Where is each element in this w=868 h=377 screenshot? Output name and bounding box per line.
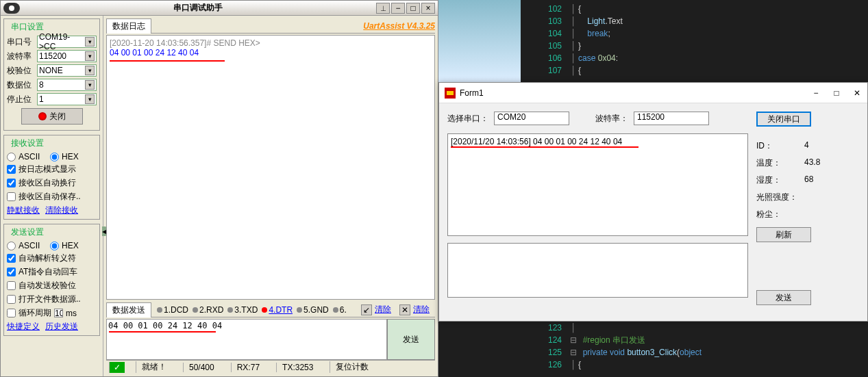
app-icon [3, 3, 20, 14]
gnd-dot-icon [297, 307, 302, 313]
close-port-button[interactable]: 关闭串口 [756, 112, 811, 127]
chevron-down-icon[interactable]: ▾ [85, 66, 95, 75]
port-select[interactable]: COM19->CC▾ [37, 36, 97, 48]
window-title: 串口调试助手 [20, 2, 376, 14]
status-bar: ✓ 就绪！ 50/400 RX:77 TX:3253 复位计数 [106, 360, 435, 374]
send-button[interactable]: 发送 [756, 290, 811, 305]
dtr-dot-icon [262, 307, 267, 313]
brand-label: UartAssist V4.3.25 [363, 21, 435, 31]
rxd-dot-icon [193, 307, 198, 313]
port-settings: 串口设置 串口号COM19->CC▾ 波特率115200▾ 校验位NONE▾ 数… [3, 18, 100, 131]
left-panel: 串口设置 串口号COM19->CC▾ 波特率115200▾ 校验位NONE▾ 数… [1, 16, 103, 376]
port-combobox[interactable]: COM20 [494, 112, 569, 125]
close-port-button[interactable]: 关闭 [21, 108, 83, 125]
id-value: 4 [804, 140, 859, 152]
openfile-check[interactable] [7, 295, 16, 304]
title-bar[interactable]: 串口调试助手 ⟂ − □ × [1, 1, 438, 16]
send-button[interactable]: 发送 [387, 319, 435, 360]
autowrap-check[interactable] [7, 179, 16, 187]
status-rx: RX:77 [231, 363, 265, 372]
humi-label: 湿度： [756, 174, 804, 186]
send-ascii-radio[interactable] [7, 242, 16, 250]
pin-icon[interactable]: ⟂ [376, 3, 390, 14]
chevron-down-icon[interactable]: ▾ [85, 80, 95, 90]
status-tx: TX:3253 [276, 363, 319, 372]
autosave-check[interactable] [7, 192, 16, 201]
recv-settings: 接收设置 ASCII HEX 按日志模式显示 接收区自动换行 接收区自动保存..… [3, 135, 100, 220]
dust-value [804, 209, 859, 220]
form1-log[interactable]: [2020/11/20 14:03:56] 04 00 01 00 24 12 … [447, 133, 748, 236]
minimize-button[interactable]: − [811, 88, 821, 98]
baud-combobox[interactable]: 115200 [634, 112, 709, 125]
clear-send-link2[interactable]: 清除 [413, 304, 430, 315]
chevron-down-icon[interactable]: ▾ [85, 51, 95, 61]
txd-dot-icon [227, 307, 233, 313]
dcd-dot-icon [157, 307, 162, 313]
shortcut-link[interactable]: 快捷定义 [7, 322, 40, 331]
status-ready: 就绪！ [136, 361, 172, 373]
clear-icon-button[interactable]: ↙ [361, 304, 372, 315]
autocheck-check[interactable] [7, 281, 16, 290]
logmode-check[interactable] [7, 165, 16, 174]
recv-ascii-radio[interactable] [7, 153, 16, 161]
log-area[interactable]: [2020-11-20 14:03:56.357]# SEND HEX> 04 … [106, 35, 435, 300]
cycle-check[interactable] [7, 309, 16, 317]
dtr-link[interactable]: 4.DTR [269, 305, 293, 315]
red-dot-icon [38, 112, 47, 120]
status-count: 50/400 [183, 363, 220, 372]
right-panel: 数据日志 UartAssist V4.3.25 [2020-11-20 14:0… [103, 16, 438, 376]
underline-annotation [451, 146, 638, 148]
desktop-bg [438, 0, 521, 82]
chevron-down-icon[interactable]: ▾ [85, 37, 95, 47]
minimize-button[interactable]: − [391, 3, 405, 14]
maximize-button[interactable]: □ [406, 3, 420, 14]
dust-label: 粉尘： [756, 209, 804, 220]
send-settings: 发送设置 ASCII HEX 自动解析转义符 AT指令自动回车 自动发送校验位 … [3, 224, 100, 336]
form1-window: Form1 − □ ✕ 选择串口： COM20 波特率： 115200 [202… [438, 82, 868, 322]
parity-select[interactable]: NONE▾ [37, 64, 97, 77]
form1-send-input[interactable] [447, 243, 748, 298]
close-button[interactable]: ✕ [852, 88, 862, 98]
history-link[interactable]: 历史发送 [45, 322, 78, 331]
light-label: 光照强度： [756, 192, 804, 203]
port-label: 选择串口： [447, 113, 488, 125]
clear2-icon-button[interactable]: ✕ [399, 304, 410, 315]
send-hex-radio[interactable] [50, 242, 59, 250]
underline-annotation [110, 60, 225, 62]
baud-select[interactable]: 115200▾ [37, 50, 97, 62]
escape-check[interactable] [7, 254, 16, 263]
id-label: ID： [756, 140, 804, 152]
clear-send-link[interactable]: 清除 [375, 304, 391, 315]
sig6-dot-icon [333, 307, 338, 313]
baud-label: 波特率： [595, 113, 628, 125]
status-reset[interactable]: 复位计数 [330, 361, 374, 373]
form1-titlebar[interactable]: Form1 − □ ✕ [439, 83, 867, 103]
uart-assist-window: 串口调试助手 ⟂ − □ × 串口设置 串口号COM19->CC▾ 波特率115… [0, 0, 438, 377]
send-input[interactable] [106, 319, 387, 360]
temp-label: 温度： [756, 157, 804, 169]
clear-recv-link[interactable]: 清除接收 [45, 205, 78, 215]
form1-icon [445, 88, 456, 99]
maximize-button[interactable]: □ [832, 88, 841, 98]
databits-select[interactable]: 8▾ [37, 79, 97, 91]
light-value [804, 192, 859, 203]
cycle-input[interactable] [54, 309, 63, 317]
humi-value: 68 [804, 174, 859, 186]
form1-title: Form1 [460, 88, 484, 98]
atcmd-check[interactable] [7, 268, 16, 276]
refresh-button[interactable]: 刷新 [756, 227, 811, 242]
recv-hex-radio[interactable] [50, 153, 59, 161]
close-button[interactable]: × [421, 3, 435, 14]
underline-annotation [109, 331, 216, 333]
silent-recv-link[interactable]: 静默接收 [7, 205, 40, 215]
temp-value: 43.8 [804, 157, 859, 169]
data-log-tab[interactable]: 数据日志 [106, 18, 151, 34]
chevron-down-icon[interactable]: ▾ [85, 94, 95, 104]
data-send-tab[interactable]: 数据发送 [106, 302, 151, 317]
stopbits-select[interactable]: 1▾ [37, 93, 97, 105]
status-ok-icon: ✓ [109, 362, 125, 373]
